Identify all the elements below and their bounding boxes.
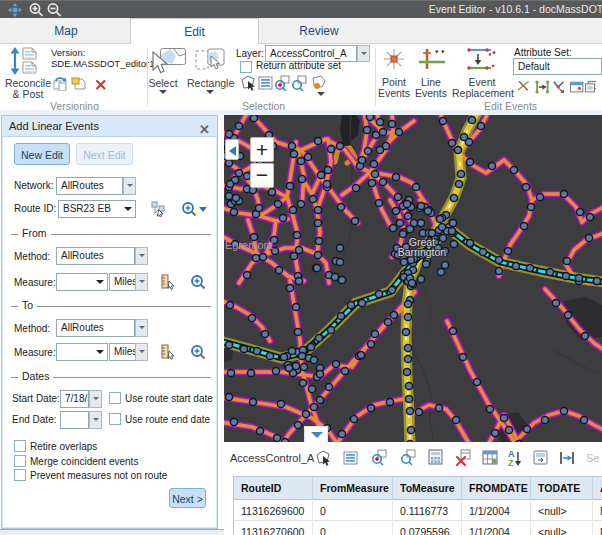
svg-text:Se: Se xyxy=(586,452,599,464)
svg-text:Z: Z xyxy=(508,458,514,467)
svg-text:Barrington: Barrington xyxy=(398,246,447,258)
svg-text:Egremont: Egremont xyxy=(225,239,273,251)
